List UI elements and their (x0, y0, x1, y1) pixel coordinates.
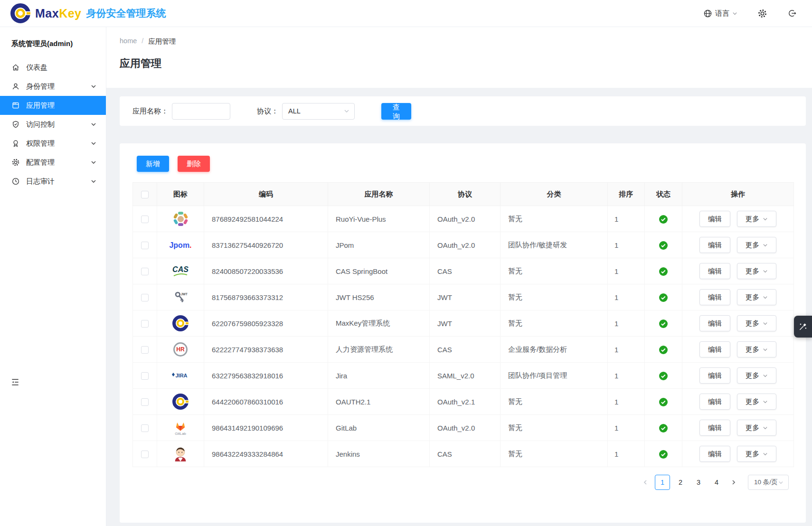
page-size-select[interactable]: 10 条/页 (748, 475, 789, 490)
sidebar-item-audit[interactable]: 日志审计 (0, 172, 106, 191)
app-name: JPom (336, 241, 354, 249)
sidebar-menu: 仪表盘身份管理应用管理访问控制权限管理配置管理日志审计 (0, 58, 106, 191)
brand-name: MaxKey (35, 7, 82, 20)
row-checkbox[interactable] (141, 372, 149, 380)
more-button[interactable]: 更多 (737, 237, 776, 253)
status-enabled-icon (659, 449, 668, 457)
row-checkbox[interactable] (141, 451, 149, 458)
row-checkbox[interactable] (141, 346, 149, 354)
page-title: 应用管理 (120, 56, 799, 71)
prev-page-button[interactable] (639, 475, 652, 490)
more-button[interactable]: 更多 (737, 367, 776, 384)
medal-icon (11, 139, 20, 148)
app-id: 876892492581044224 (212, 215, 283, 223)
status-enabled-icon (659, 266, 668, 274)
app-category: 暂无 (508, 215, 522, 223)
app-id: 632279563832918016 (212, 372, 283, 380)
edit-button[interactable]: 编辑 (699, 367, 730, 384)
theme-settings-handle[interactable] (794, 316, 812, 338)
logout-icon-button[interactable] (787, 9, 797, 18)
table-card: 新增 删除 图标编码应用名称协议分类排序状态操作 876892492581044… (120, 143, 806, 523)
edit-button[interactable]: 编辑 (699, 237, 730, 253)
ruoyi-app-icon (171, 209, 190, 228)
app-protocol: OAuth_v2.0 (437, 424, 475, 432)
app-id: 824008507220033536 (212, 267, 283, 275)
collapse-sidebar-button[interactable] (10, 377, 20, 387)
select-all-checkbox[interactable] (141, 191, 149, 198)
search-button[interactable]: 查询 (381, 103, 411, 120)
settings-icon-button[interactable] (757, 9, 767, 19)
more-button[interactable]: 更多 (737, 394, 776, 410)
row-checkbox[interactable] (141, 242, 149, 249)
sidebar-item-permissions[interactable]: 权限管理 (0, 134, 106, 153)
edit-button[interactable]: 编辑 (699, 263, 730, 279)
protocol-select[interactable]: ALL (282, 103, 355, 120)
status-enabled-icon (659, 240, 668, 248)
row-checkbox[interactable] (141, 294, 149, 301)
app-name: GitLab (336, 424, 357, 432)
column-header: 应用名称 (365, 190, 393, 198)
row-checkbox[interactable] (141, 424, 149, 432)
app-category: 暂无 (508, 450, 522, 458)
sidebar-item-config[interactable]: 配置管理 (0, 153, 106, 172)
breadcrumb: home / 应用管理 (120, 37, 799, 46)
edit-button[interactable]: 编辑 (699, 446, 730, 462)
row-checkbox[interactable] (141, 320, 149, 328)
language-switcher[interactable]: 语言 (703, 9, 737, 18)
row-checkbox[interactable] (141, 268, 149, 275)
page-button-4[interactable]: 4 (709, 475, 724, 490)
column-header: 分类 (547, 190, 561, 198)
app-id: 986432249333284864 (212, 450, 283, 458)
app-sort: 1 (614, 241, 618, 249)
next-page-button[interactable] (727, 475, 740, 490)
more-button[interactable]: 更多 (737, 289, 776, 305)
app-name-input[interactable] (172, 103, 230, 120)
sidebar-item-dashboard[interactable]: 仪表盘 (0, 58, 106, 77)
chevron-down-icon (91, 141, 96, 146)
app-sort: 1 (614, 319, 618, 328)
more-button[interactable]: 更多 (737, 211, 776, 227)
page-button-1[interactable]: 1 (655, 475, 670, 490)
status-enabled-icon (659, 397, 668, 405)
page-button-2[interactable]: 2 (673, 475, 688, 490)
app-category: 暂无 (508, 319, 522, 327)
gitlab-app-icon: GitLab (171, 418, 190, 437)
edit-button[interactable]: 编辑 (699, 315, 730, 331)
more-button[interactable]: 更多 (737, 420, 776, 436)
more-button[interactable]: 更多 (737, 315, 776, 331)
app-protocol: OAuth_v2.1 (437, 398, 475, 406)
more-button[interactable]: 更多 (737, 263, 776, 279)
more-button[interactable]: 更多 (737, 341, 776, 357)
clock-icon (11, 177, 20, 186)
row-checkbox[interactable] (141, 398, 149, 406)
chevron-down-icon (91, 84, 96, 89)
edit-button[interactable]: 编辑 (699, 211, 730, 227)
edit-button[interactable]: 编辑 (699, 420, 730, 436)
app-protocol: JWT (437, 319, 452, 328)
app-protocol: JWT (437, 293, 452, 301)
chevron-down-icon (91, 178, 96, 184)
breadcrumb-home[interactable]: home (120, 37, 137, 46)
maxkey-app-icon (171, 314, 190, 333)
edit-button[interactable]: 编辑 (699, 289, 730, 305)
app-sort: 1 (614, 424, 618, 432)
edit-button[interactable]: 编辑 (699, 341, 730, 357)
column-header: 编码 (259, 190, 273, 198)
product-name: 身份安全管理系统 (86, 7, 166, 20)
app-name: MaxKey管理系统 (336, 319, 390, 327)
svg-text:JWT: JWT (181, 292, 188, 296)
sidebar-item-identity[interactable]: 身份管理 (0, 77, 106, 96)
add-button[interactable]: 新增 (137, 156, 169, 172)
app-sort: 1 (614, 372, 618, 380)
page-button-3[interactable]: 3 (691, 475, 706, 490)
jenkins-app-icon (171, 444, 190, 463)
edit-button[interactable]: 编辑 (699, 394, 730, 410)
shield-icon (11, 120, 20, 129)
row-checkbox[interactable] (141, 216, 149, 223)
sidebar-item-apps[interactable]: 应用管理 (0, 96, 106, 115)
more-button[interactable]: 更多 (737, 446, 776, 462)
delete-button[interactable]: 删除 (178, 156, 210, 172)
app-name-label: 应用名称： (132, 107, 168, 116)
sidebar-item-access[interactable]: 访问控制 (0, 115, 106, 134)
hr-app-icon: HR (171, 340, 190, 359)
